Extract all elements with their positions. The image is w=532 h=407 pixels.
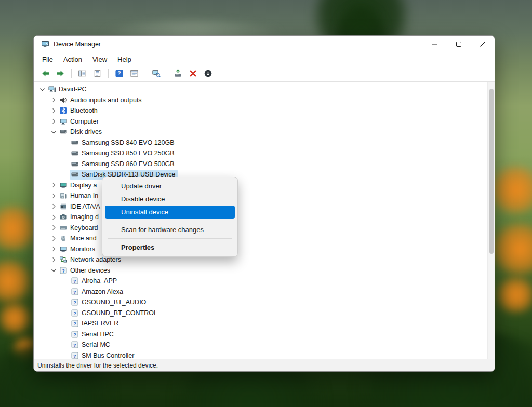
chevron-right-icon[interactable] xyxy=(49,181,58,189)
tree-item-serial-hpc[interactable]: ?Serial HPC xyxy=(34,329,495,340)
tree-item-samsung-ssd-860-evo-500gb[interactable]: Samsung SSD 860 EVO 500GB xyxy=(34,159,495,170)
tree-item-david-pc[interactable]: David-PC xyxy=(34,84,495,95)
tree-item-label: Display a xyxy=(70,182,97,189)
tree-item-bluetooth[interactable]: Bluetooth xyxy=(34,105,495,116)
chevron-down-icon[interactable] xyxy=(49,266,58,275)
context-menu-item-uninstall-device[interactable]: Uninstall device xyxy=(105,206,235,219)
disk-device-icon xyxy=(70,149,79,158)
menu-help[interactable]: Help xyxy=(112,54,137,65)
menu-action[interactable]: Action xyxy=(58,54,87,65)
help-icon: ? xyxy=(115,69,124,78)
chevron-right-icon[interactable] xyxy=(49,106,58,115)
context-menu-item-update-driver[interactable]: Update driver xyxy=(105,180,235,193)
tree-item-label: Amazon Alexa xyxy=(82,288,123,295)
tree-item-audio-inputs-and-outputs[interactable]: Audio inputs and outputs xyxy=(34,95,495,106)
export-list-button[interactable] xyxy=(90,67,104,80)
chevron-right-icon[interactable] xyxy=(49,192,58,200)
chevron-down-icon[interactable] xyxy=(38,85,47,94)
keyboard-device-icon xyxy=(59,223,68,232)
disk-device-icon xyxy=(59,128,68,137)
svg-text:?: ? xyxy=(73,343,76,348)
minimize-button[interactable] xyxy=(423,36,447,52)
toolbar-separator xyxy=(167,69,167,78)
chevron-right-icon[interactable] xyxy=(49,202,58,211)
tree-item-label: David-PC xyxy=(59,86,87,93)
unknown-device-icon: ? xyxy=(70,319,79,328)
maximize-button[interactable] xyxy=(447,36,471,52)
update-driver-button[interactable] xyxy=(171,67,185,80)
context-menu-item-properties[interactable]: Properties xyxy=(105,241,235,254)
tree-item-label: Samsung SSD 840 EVO 120GB xyxy=(82,139,175,146)
tree-item-other-devices[interactable]: ?Other devices xyxy=(34,265,495,276)
expander-spacer xyxy=(61,170,70,179)
forward-icon xyxy=(56,69,65,78)
context-menu-item-scan-for-hardware-changes[interactable]: Scan for hardware changes xyxy=(105,223,235,236)
toolbar-separator xyxy=(145,69,145,78)
tree-item-gsound-bt-audio[interactable]: ?GSOUND_BT_AUDIO xyxy=(34,297,495,308)
tree-item-label: IDE ATA/A xyxy=(70,203,100,210)
console-tree-button[interactable] xyxy=(75,67,89,80)
tree-item-amazon-alexa[interactable]: ?Amazon Alexa xyxy=(34,287,495,297)
tree-item-airoha-app[interactable]: ?Airoha_APP xyxy=(34,276,495,287)
svg-text:?: ? xyxy=(73,310,76,316)
chevron-down-icon[interactable] xyxy=(49,128,58,137)
hid-device-icon xyxy=(59,192,68,200)
menu-file[interactable]: File xyxy=(37,54,58,65)
tree-item-computer[interactable]: Computer xyxy=(34,116,495,127)
chevron-right-icon[interactable] xyxy=(49,117,58,126)
help-button[interactable]: ? xyxy=(112,67,126,80)
close-button[interactable] xyxy=(471,36,495,52)
unknown-device-icon: ? xyxy=(70,277,79,286)
scan-hardware-button[interactable] xyxy=(149,67,163,80)
console-tree-icon xyxy=(78,69,87,78)
properties-window-button[interactable] xyxy=(127,67,141,80)
uninstall-button[interactable] xyxy=(186,67,200,80)
svg-text:?: ? xyxy=(73,332,76,337)
flower-left-3 xyxy=(0,302,33,334)
chevron-right-icon[interactable] xyxy=(49,234,58,243)
menu-view[interactable]: View xyxy=(87,54,112,65)
disable-device-icon xyxy=(204,69,212,78)
tree-item-samsung-ssd-840-evo-120gb[interactable]: Samsung SSD 840 EVO 120GB xyxy=(34,138,495,148)
disable-device-button[interactable] xyxy=(201,67,215,80)
expander-spacer xyxy=(61,351,70,359)
chevron-right-icon[interactable] xyxy=(49,255,58,264)
chevron-right-icon[interactable] xyxy=(49,213,58,222)
expander-spacer xyxy=(61,330,70,338)
context-menu-item-disable-device[interactable]: Disable device xyxy=(105,193,235,206)
audio-device-icon xyxy=(59,96,68,104)
chevron-right-icon[interactable] xyxy=(49,245,58,253)
chevron-right-icon[interactable] xyxy=(49,223,58,232)
tree-item-iapserver[interactable]: ?IAPSERVER xyxy=(34,318,495,329)
maximize-icon xyxy=(456,39,461,49)
tree-item-serial-mc[interactable]: ?Serial MC xyxy=(34,340,495,350)
network-device-icon xyxy=(59,255,68,264)
tree-item-label: Computer xyxy=(70,118,99,125)
titlebar[interactable]: Device Manager xyxy=(34,36,495,52)
tree-item-gsound-bt-control[interactable]: ?GSOUND_BT_CONTROL xyxy=(34,308,495,319)
expander-spacer xyxy=(61,277,70,286)
vertical-scrollbar[interactable] xyxy=(487,82,495,359)
tree-item-disk-drives[interactable]: Disk drives xyxy=(34,127,495,138)
expander-spacer xyxy=(61,319,70,328)
scrollbar-thumb[interactable] xyxy=(489,89,494,254)
tree-item-sm-bus-controller[interactable]: ?SM Bus Controller xyxy=(34,350,495,359)
tree-item-label: Keyboard xyxy=(70,224,98,232)
tree-item-label: Bluetooth xyxy=(70,107,98,114)
tree-item-label: GSOUND_BT_AUDIO xyxy=(82,299,146,306)
forward-button[interactable] xyxy=(54,67,68,80)
display-device-icon xyxy=(59,181,68,189)
svg-text:?: ? xyxy=(73,300,76,305)
tree-item-samsung-ssd-850-evo-250gb[interactable]: Samsung SSD 850 EVO 250GB xyxy=(34,148,495,159)
context-menu-separator xyxy=(108,221,232,221)
back-button[interactable] xyxy=(38,67,52,80)
status-text: Uninstalls the driver for the selected d… xyxy=(37,362,158,369)
imaging-device-icon xyxy=(59,213,68,222)
svg-text:?: ? xyxy=(73,279,76,284)
chevron-right-icon[interactable] xyxy=(49,96,58,104)
bluetooth-device-icon xyxy=(59,106,68,115)
svg-text:?: ? xyxy=(73,321,76,327)
svg-text:?: ? xyxy=(117,71,121,76)
expander-spacer xyxy=(61,159,70,168)
unknown-device-icon: ? xyxy=(70,308,79,317)
